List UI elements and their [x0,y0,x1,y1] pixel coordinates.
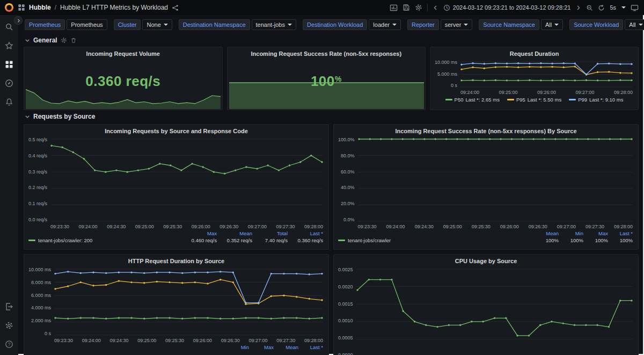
legend-stat-header[interactable]: Min [559,230,583,236]
share-icon[interactable] [172,4,179,11]
http-duration-by-source-chart[interactable] [54,267,323,336]
axis-tick-label: 10.000 ms [28,267,51,272]
starred-icon[interactable] [5,41,13,50]
axis-tick-label: 09:28:00 [614,224,633,229]
axis-tick-label: 09:24:30 [110,338,129,343]
legend-stat-header[interactable]: Max [583,230,608,236]
variable-label[interactable]: Reporter [407,19,439,30]
variable-label[interactable]: Destination Workload [303,19,367,30]
panel-title[interactable]: Incoming Request Success Rate (non-5xx r… [334,125,638,136]
legend-item[interactable]: P99 Last *: 9.10 ms [569,97,623,103]
panel-title[interactable]: CPU Usage by Source [334,255,638,266]
axis-tick-label: 0.5 req/s [28,137,47,142]
panel-title[interactable]: Request Duration [430,47,638,59]
variable-label[interactable]: Prometheus [25,19,65,30]
legend-stat-header[interactable]: Mean [274,344,298,350]
legend-stat-header[interactable]: Last * [608,230,633,236]
search-icon[interactable] [5,23,13,31]
legend-stat-value: 0.352 req/s [217,237,252,243]
help-icon[interactable]: ? [5,340,13,349]
panel-title[interactable]: Incoming Requests by Source and Response… [24,125,328,136]
variable-label[interactable]: Destination Namespace [179,19,250,30]
row-header-general[interactable]: General [24,34,639,47]
panel-title[interactable]: HTTP Request Duration by Source [24,255,328,266]
series-stat: Last *: 5.50 ms [528,97,561,103]
dashboard-settings-gear-icon[interactable] [415,4,422,11]
axis-tick-label: 0.0005 [338,336,353,340]
legend-stat-header[interactable]: Last * [298,344,323,350]
axis-tick-label: 09:25:30 [165,338,184,343]
chevron-left-icon[interactable] [433,5,438,11]
variable-filter: Cluster None [114,19,172,30]
x-axis: 09:24:00 09:25:00 09:26:00 09:27:00 09:2… [460,89,633,95]
svg-text:?: ? [8,342,11,347]
axis-tick-label: 6.000 ms [31,293,51,298]
request-duration-chart[interactable] [460,60,633,88]
variable-filter: Destination Namespace tenant-jobs [179,19,296,30]
legend-series-row[interactable]: tenant-jobs/crawler: 200 0.460 req/s 0.3… [28,237,323,243]
panel-incoming-request-volume: Incoming Request Volume 0.360 req/s [24,47,223,110]
variable-value-dropdown[interactable]: All [625,19,644,30]
legend-stat-header[interactable]: Min [224,344,249,350]
panel-requests-by-source: Incoming Requests by Source and Response… [24,124,329,250]
variable-value-dropdown[interactable]: All [541,19,563,30]
y-axis: 100.0% 80.0% 60.0% 40.0% 20.0% 0.0% [338,137,355,222]
dashboards-icon[interactable] [5,60,13,69]
refresh-icon[interactable] [598,4,605,11]
alerting-bell-icon[interactable] [5,98,13,106]
legend-item[interactable]: P50 Last *: 2.65 ms [445,97,500,103]
variable-value-dropdown[interactable]: server [441,19,473,30]
variable-value-dropdown[interactable]: loader [369,19,401,30]
row-delete-trash-icon[interactable] [70,37,77,44]
variable-value-dropdown[interactable]: tenant-jobs [252,19,296,30]
legend-stat-header[interactable]: Last * [288,230,323,236]
series-name: tenant-jobs/crawler [348,237,534,243]
save-dashboard-icon[interactable] [402,4,410,11]
breadcrumb-app[interactable]: Hubble [29,4,51,11]
axis-tick-label: 10.000 ms [435,60,457,65]
time-range-picker[interactable]: 2024-03-12 09:23:21 to 2024-03-12 09:28:… [443,4,571,11]
variable-value-dropdown[interactable]: None [142,19,172,30]
variable-filter: Prometheus Prometheus [25,19,107,30]
refresh-interval-dropdown[interactable]: 5s [610,4,626,11]
variable-value-dropdown[interactable]: Prometheus [67,19,107,30]
chevron-down-icon [25,114,30,119]
panel-legend: Min Max Mean Last * [24,343,328,350]
panel-title[interactable]: Incoming Request Success Rate (non-5xx r… [228,47,426,59]
legend-stat-header[interactable]: Mean [534,230,559,236]
success-area-chart[interactable] [228,81,425,109]
row-header-requests-by-source[interactable]: Requests by Source [24,110,639,123]
variable-label[interactable]: Source Namespace [479,19,539,30]
apps-grid-icon[interactable] [18,4,25,11]
cpu-usage-by-source-chart[interactable] [356,267,633,355]
success-rate-by-source-chart[interactable] [358,137,633,222]
volume-sparkline-chart[interactable] [25,84,222,109]
variable-label[interactable]: Source Workload [569,19,623,30]
legend-stat-header[interactable]: Total [252,230,288,236]
variable-label[interactable]: Cluster [114,19,141,30]
zoom-out-icon[interactable] [586,4,593,11]
requests-by-source-chart[interactable] [50,137,323,222]
panel-title[interactable]: Incoming Request Volume [24,47,222,59]
add-panel-icon[interactable] [390,4,398,12]
axis-tick-label: 09:28:00 [304,224,323,229]
sign-in-icon[interactable] [5,302,13,311]
legend-series-row[interactable]: tenant-jobs/crawler 100% 100% 100% 100% [338,237,633,243]
axis-tick-label: 0.2 req/s [28,185,47,190]
tv-mode-icon[interactable] [631,4,639,12]
row-settings-gear-icon[interactable] [61,37,67,44]
sidebar-expand-button[interactable] [14,16,23,25]
grafana-logo-icon[interactable] [4,3,14,12]
legend-stat-header[interactable]: Max [181,230,217,236]
axis-tick-label: 09:26:30 [219,224,238,229]
explore-compass-icon[interactable] [5,79,13,88]
legend-item[interactable]: P95 Last *: 5.50 ms [507,97,561,103]
legend-stat-header[interactable]: Mean [217,230,252,236]
chevron-right-icon[interactable] [575,5,581,11]
axis-tick-label: 0 s [451,83,457,88]
axis-tick-label: 09:26:00 [193,338,212,343]
settings-gear-icon[interactable] [5,321,13,330]
legend-stat-header[interactable]: Max [249,344,274,350]
refresh-interval-value: 5s [610,4,616,11]
axis-tick-label: 2.000 ms [31,318,51,323]
